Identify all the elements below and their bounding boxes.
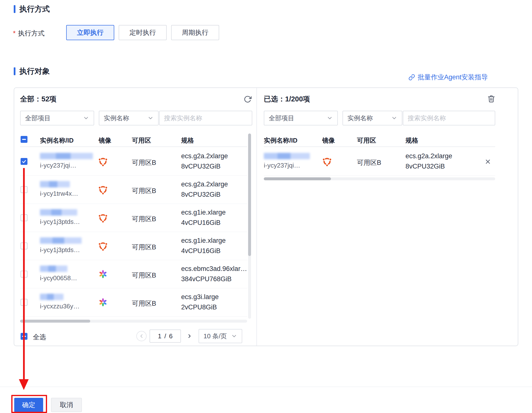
project-filter-select[interactable]: 全部项目 [264,111,338,125]
column-spec: 规格 [405,136,418,145]
spec-cell: ecs.g2a.2xlarge 8vCPU32GiB [181,179,228,200]
agent-install-guide-link[interactable]: 批量作业Agent安装指导 [408,73,488,82]
exec-method-label: 执行方式 [18,29,45,38]
instance-row[interactable]: i-ycxzzu36y… 可用区B ecs.g3i.large 2vCPU8Gi… [20,288,247,316]
vertical-scrollbar-thumb[interactable] [248,134,251,256]
instance-id: i-ycy1j3ptds… [40,246,80,254]
section-title-text: 执行方式 [19,4,50,14]
row-checkbox[interactable] [21,214,27,221]
instance-name-redacted [40,266,67,272]
instance-id: i-ycy1trw4x… [40,190,78,197]
chevron-right-icon [187,333,192,339]
ubuntu-logo-icon [98,157,108,166]
select-all-footer-checkbox[interactable] [21,333,27,340]
next-page-button[interactable] [184,331,195,341]
exec-option-immediate[interactable]: 立即执行 [66,25,114,40]
page-size-select[interactable]: 10 条/页 [199,329,242,343]
delete-all-button[interactable] [487,95,495,103]
ubuntu-logo-icon [98,213,108,223]
chevron-down-icon [231,333,237,339]
attribute-filter-value: 实例名称 [104,114,129,122]
instance-name-redacted [40,237,82,244]
link-icon [408,74,415,81]
select-all-label: 全选 [33,333,46,341]
row-checkbox[interactable] [21,243,27,249]
chevron-down-icon [147,115,154,121]
vertical-scrollbar[interactable] [248,134,251,319]
project-filter-select[interactable]: 全部项目 [20,111,94,125]
confirm-button[interactable]: 确定 [14,398,43,412]
exec-option-periodic[interactable]: 周期执行 [171,25,219,40]
spec-cell: ecs.g1ie.xlarge 4vCPU16GiB [181,207,226,228]
page-separator: / [164,332,166,340]
horizontal-scrollbar[interactable] [264,177,495,180]
refresh-icon [244,95,252,103]
select-all-checkbox[interactable] [21,136,27,143]
annotation-arrow-head [19,379,29,390]
instance-row[interactable]: i-ycy1trw4x… 可用区B ecs.g2a.2xlarge 8vCPU3… [20,176,247,204]
footer-divider [0,387,532,387]
column-name-id: 实例名称/ID [40,136,74,145]
spec-cell: ecs.g2a.2xlarge 8vCPU32GiB [405,151,452,171]
os-image-cell [98,213,108,223]
horizontal-scrollbar-thumb[interactable] [20,320,90,323]
page-size-value: 10 条/页 [203,332,227,340]
search-box[interactable] [159,111,252,125]
instance-id: i-ycy1j3ptds… [40,218,80,226]
ubuntu-logo-icon [98,241,108,251]
spec-cell: ecs.ebmc3ad.96xlar… 384vCPU768GiB [181,264,247,284]
az-cell: 可用区B [132,158,156,167]
selected-instance-row[interactable]: i-ycy237jqi… 可用区B ecs.g2a.2xlarge 8vCPU3… [264,147,495,176]
os-image-cell [98,269,108,279]
section-accent-bar [14,67,15,75]
page-indicator[interactable]: 1 / 6 [150,329,181,343]
instance-row[interactable]: i-ycy1j3ptds… 可用区B ecs.g1ie.xlarge 4vCPU… [20,232,247,260]
instance-id: i-ycy00658… [40,274,77,282]
instance-row[interactable]: i-ycy00658… 可用区B ecs.ebmc3ad.96xlar… 384… [20,260,247,288]
os-image-cell [98,185,108,194]
search-box[interactable] [403,111,495,125]
project-filter-value: 全部项目 [269,114,294,122]
search-input[interactable] [164,114,247,122]
az-cell: 可用区B [132,215,156,223]
instance-row[interactable]: i-ycy1j3ptds… 可用区B ecs.g1ie.xlarge 4vCPU… [20,204,247,232]
os-image-cell [322,157,332,166]
instance-name-redacted [40,209,77,216]
os-image-cell [98,157,108,166]
instance-id: i-ycy237jqi… [40,162,76,169]
horizontal-scrollbar[interactable] [20,320,247,323]
column-az: 可用区 [132,136,151,145]
row-checkbox[interactable] [21,271,27,278]
chevron-left-icon [139,333,144,339]
trash-icon [487,95,495,103]
cancel-button[interactable]: 取消 [51,398,82,412]
search-input[interactable] [408,114,490,122]
column-az: 可用区 [357,136,376,145]
attribute-filter-value: 实例名称 [347,114,373,122]
row-checkbox[interactable] [21,186,27,193]
row-checkbox[interactable] [21,158,27,165]
section-exec-method-title: 执行方式 [14,4,50,14]
refresh-button[interactable] [244,95,252,103]
instance-id: i-ycy237jqi… [264,162,300,169]
instance-name-redacted [40,181,70,187]
instance-row[interactable]: i-ycy237jqi… 可用区B ecs.g2a.2xlarge 8vCPU3… [20,147,247,176]
section-exec-target-title: 执行对象 [14,66,50,76]
remove-instance-button[interactable] [484,158,491,165]
exec-method-field: * 执行方式 [13,29,45,38]
source-panel: 全部：52项 全部项目 实例名称 实例名称/ID 镜像 可用 [14,88,257,346]
row-checkbox[interactable] [21,299,27,306]
attribute-filter-select[interactable]: 实例名称 [342,111,402,125]
table-header: 实例名称/ID 镜像 可用区 规格 [20,133,247,147]
attribute-filter-select[interactable]: 实例名称 [99,111,159,125]
prev-page-button[interactable] [136,331,147,341]
chevron-down-icon [83,115,89,121]
check-icon [22,159,26,164]
horizontal-scrollbar-thumb[interactable] [264,177,331,180]
current-page: 1 [158,332,161,340]
column-image: 镜像 [99,136,111,145]
exec-option-scheduled[interactable]: 定时执行 [119,25,167,40]
table-header: 实例名称/ID 镜像 可用区 规格 [264,133,495,147]
column-name-id: 实例名称/ID [264,136,297,145]
ubuntu-logo-icon [322,157,332,166]
